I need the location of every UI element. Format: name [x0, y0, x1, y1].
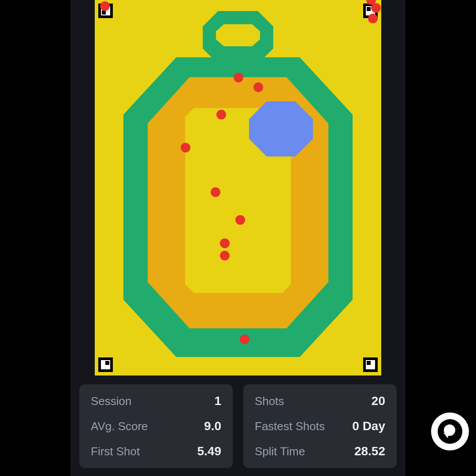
target-handle-hole-icon	[216, 24, 260, 46]
shot-marker-icon	[253, 82, 263, 92]
stat-label: First Shot	[91, 445, 140, 458]
target-board[interactable]	[95, 0, 381, 376]
svg-marker-1	[216, 24, 260, 46]
svg-marker-5	[249, 101, 313, 156]
stat-label: Session	[91, 394, 132, 408]
stat-fastest-shots: Fastest Shots 0 Day	[255, 419, 385, 433]
eagle-logo-icon	[438, 419, 462, 444]
stat-value: 1	[214, 394, 221, 408]
stat-value: 20	[372, 394, 385, 408]
stat-session: Session 1	[91, 394, 221, 408]
shot-marker-icon	[100, 1, 110, 11]
fiducial-marker-icon	[98, 357, 113, 372]
stat-value: 9.0	[204, 419, 221, 433]
shot-marker-icon	[181, 143, 190, 152]
stat-shots: Shots 20	[255, 394, 385, 408]
stat-value: 5.49	[197, 444, 222, 458]
session-panel: Session 1 AVg. Score 9.0 First Shot 5.49…	[71, 0, 405, 476]
stat-avg-score: AVg. Score 9.0	[91, 419, 221, 433]
stat-first-shot: First Shot 5.49	[91, 444, 221, 458]
shot-marker-icon	[368, 14, 378, 23]
target-head-zone-icon	[249, 101, 313, 156]
stat-label: Fastest Shots	[255, 420, 325, 433]
stat-value: 28.52	[354, 444, 385, 458]
shot-marker-icon	[220, 238, 230, 248]
shot-marker-icon	[240, 335, 249, 344]
stat-value: 0 Day	[352, 419, 385, 433]
shot-marker-icon	[216, 110, 226, 119]
stat-label: Shots	[255, 394, 284, 408]
shot-marker-icon	[371, 3, 381, 13]
stats-card-left: Session 1 AVg. Score 9.0 First Shot 5.49	[79, 384, 233, 468]
stat-label: Split Time	[255, 445, 305, 458]
fiducial-marker-icon	[363, 357, 378, 372]
shot-marker-icon	[211, 187, 220, 197]
shot-marker-icon	[234, 73, 243, 82]
stat-label: AVg. Score	[91, 420, 148, 433]
stats-card-right: Shots 20 Fastest Shots 0 Day Split Time …	[243, 384, 397, 468]
app-stage: Session 1 AVg. Score 9.0 First Shot 5.49…	[0, 0, 476, 476]
stat-split-time: Split Time 28.52	[255, 444, 385, 458]
shot-marker-icon	[220, 251, 230, 260]
stats-row: Session 1 AVg. Score 9.0 First Shot 5.49…	[79, 384, 397, 468]
shot-marker-icon	[235, 215, 245, 225]
logo-badge-button[interactable]	[431, 413, 469, 450]
